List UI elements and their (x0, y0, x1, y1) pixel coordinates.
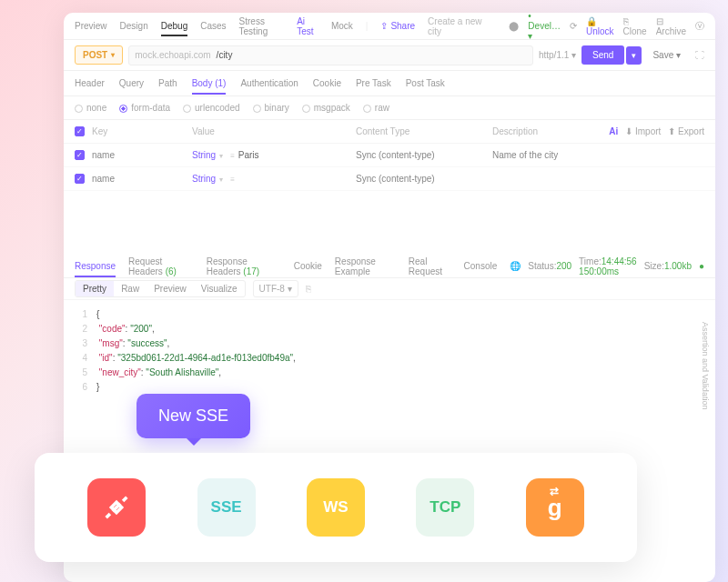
share-icon: ⇪ (380, 21, 388, 31)
body-type-radios: none form-data urlencoded binary msgpack… (64, 96, 715, 120)
response-tabs: Response Request Headers (6) Response He… (64, 255, 715, 278)
subtab-query[interactable]: Query (119, 78, 144, 88)
send-button[interactable]: Send (581, 45, 624, 65)
content-type-cell[interactable]: Sync (content-type) (356, 150, 492, 160)
top-tab-bar: Preview Design Debug Cases Stress Testin… (64, 13, 715, 40)
desc-cell[interactable]: Name of the city (492, 150, 704, 160)
unlock-button[interactable]: 🔒 Unlock (586, 16, 614, 36)
share-button[interactable]: ⇪Share (380, 21, 415, 31)
assertion-panel-label[interactable]: Assertion and Validation (701, 322, 710, 409)
plug-icon (101, 492, 132, 523)
table-row: ✓ name String▾≡ Sync (content-type) (64, 167, 715, 191)
new-sse-callout: New SSE (136, 394, 250, 438)
tab-preview[interactable]: Preview (75, 21, 107, 31)
view-visualize[interactable]: Visualize (194, 281, 245, 296)
protocol-ws[interactable]: WS (307, 478, 365, 537)
save-indicator-icon: ⬤ (509, 21, 519, 31)
expand-icon[interactable]: ⛶ (695, 50, 704, 60)
rtab-response[interactable]: Response (75, 261, 116, 277)
rtab-real[interactable]: Real Request (409, 256, 451, 276)
url-bar: POST ▾ mock.echoapi.com /city http/1.1 ▾… (64, 40, 715, 71)
rtab-example[interactable]: Response Example (335, 256, 396, 276)
view-pretty[interactable]: Pretty (76, 281, 114, 296)
status-code: Status:200 (528, 261, 571, 271)
protocol-bar: SSE WS TCP ⇄g (35, 453, 637, 562)
radio-urlencoded[interactable]: urlencoded (183, 103, 239, 113)
url-path: /city (217, 50, 233, 60)
clone-button[interactable]: ⎘ Clone (623, 16, 647, 36)
tab-design[interactable]: Design (120, 21, 148, 31)
tab-debug[interactable]: Debug (161, 21, 187, 36)
key-cell[interactable]: name (92, 150, 192, 160)
protocol-sse[interactable]: SSE (197, 478, 256, 537)
subtab-pretask[interactable]: Pre Task (356, 78, 391, 88)
more-icon[interactable]: ⓥ (695, 20, 704, 33)
rtab-cookie[interactable]: Cookie (294, 261, 322, 271)
status-time: Time:14:44:56 150:00ms (579, 256, 637, 276)
radio-msgpack[interactable]: msgpack (302, 103, 350, 113)
col-value: Value (192, 126, 356, 136)
rtab-req-headers[interactable]: Request Headers (6) (128, 256, 194, 276)
chevron-down-icon: ▾ (111, 51, 115, 59)
view-preview[interactable]: Preview (147, 281, 194, 296)
tab-cases[interactable]: Cases (200, 21, 226, 31)
title-input[interactable]: Create a new city (428, 16, 483, 36)
env-selector[interactable]: • Devel… ▾ (528, 13, 561, 41)
response-body: 1{ 2 "code": "200", 3 "msg": "success", … (64, 300, 715, 402)
col-content-type: Content Type (356, 126, 492, 136)
rtab-resp-headers[interactable]: Response Headers (17) (207, 256, 281, 276)
value-cell[interactable]: String▾≡ (192, 174, 356, 184)
copy-icon[interactable]: ⎘ (306, 284, 311, 294)
status-size: Size:1.00kb (644, 261, 692, 271)
col-description: Description (492, 126, 609, 136)
export-button[interactable]: ⬆ Export (668, 126, 704, 136)
encoding-selector[interactable]: UTF-8 ▾ (253, 280, 298, 297)
row-checkbox[interactable]: ✓ (75, 174, 85, 184)
tab-stress[interactable]: Stress Testing (239, 16, 285, 36)
form-table-header: ✓ Key Value Content Type Description Ai … (64, 120, 715, 144)
table-row: ✓ name String▾≡Paris Sync (content-type)… (64, 144, 715, 167)
send-dropdown[interactable]: ▾ (626, 46, 642, 65)
subtab-auth[interactable]: Authentication (240, 78, 298, 88)
globe-icon: 🌐 (510, 261, 521, 271)
protocol-grpc[interactable]: ⇄g (526, 478, 584, 537)
url-domain: mock.echoapi.com (135, 50, 210, 60)
archive-button[interactable]: ⊟ Archive (656, 16, 686, 36)
http-version-selector[interactable]: http/1.1 ▾ (539, 50, 576, 60)
subtab-header[interactable]: Header (75, 78, 105, 88)
tab-mock[interactable]: Mock (331, 21, 353, 31)
status-dot-icon: ● (699, 261, 704, 271)
import-button[interactable]: ⬇ Import (625, 126, 661, 136)
tab-ai-test[interactable]: Ai Test (297, 16, 318, 36)
radio-none[interactable]: none (75, 103, 106, 113)
value-cell[interactable]: String▾≡Paris (192, 150, 356, 160)
row-checkbox[interactable]: ✓ (75, 150, 85, 160)
key-cell[interactable]: name (92, 174, 192, 184)
ai-button[interactable]: Ai (609, 126, 618, 136)
radio-binary[interactable]: binary (253, 103, 289, 113)
rtab-console[interactable]: Console (464, 261, 498, 271)
subtab-cookie[interactable]: Cookie (313, 78, 341, 88)
view-raw[interactable]: Raw (114, 281, 147, 296)
select-all-checkbox[interactable]: ✓ (75, 126, 85, 136)
save-button[interactable]: Save ▾ (647, 46, 686, 64)
protocol-tcp[interactable]: TCP (416, 478, 474, 537)
refresh-icon[interactable]: ⟳ (570, 21, 577, 31)
content-type-cell[interactable]: Sync (content-type) (356, 174, 492, 184)
subtab-posttask[interactable]: Post Task (406, 78, 445, 88)
subtab-path[interactable]: Path (158, 78, 177, 88)
radio-raw[interactable]: raw (363, 103, 389, 113)
method-selector[interactable]: POST ▾ (75, 45, 123, 65)
radio-form-data[interactable]: form-data (119, 103, 170, 113)
url-input[interactable]: mock.echoapi.com /city (128, 45, 533, 65)
protocol-http[interactable] (87, 478, 146, 537)
col-key: Key (92, 126, 192, 136)
subtab-body[interactable]: Body (1) (192, 78, 227, 95)
response-view-bar: Pretty Raw Preview Visualize UTF-8 ▾ ⎘ (64, 278, 715, 300)
request-sub-tabs: Header Query Path Body (1) Authenticatio… (64, 71, 715, 96)
